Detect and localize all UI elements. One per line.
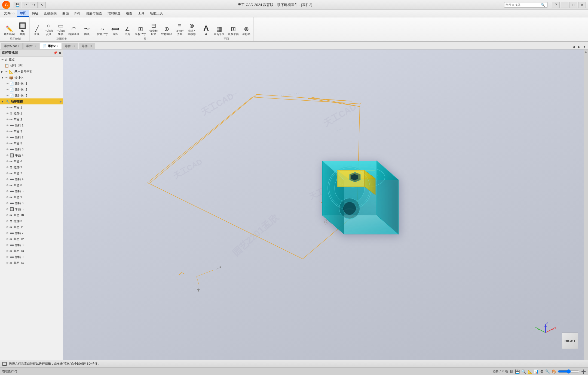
menu-item-2[interactable]: 特征 bbox=[29, 10, 41, 17]
tree-expand-ref[interactable]: ▶ bbox=[1, 70, 5, 73]
ribbon-sym-diameter-btn[interactable]: ⊕ 对称直径 bbox=[160, 26, 173, 36]
tree-cut8[interactable]: 👁 ➖ 除料 8 bbox=[0, 242, 63, 248]
tree-eye-design1[interactable]: 👁 bbox=[6, 82, 9, 85]
status-icon-2[interactable]: 💾 bbox=[515, 369, 520, 374]
tree-eye-sketch9[interactable]: 👁 bbox=[6, 196, 9, 199]
ribbon-keep-align-btn[interactable]: ≡ 保持对齐集 bbox=[174, 22, 185, 36]
tree-eye-sketch14[interactable]: 👁 bbox=[6, 262, 9, 265]
tree-sketch11[interactable]: 👁 ✏ 草图 11 bbox=[0, 224, 63, 230]
status-icon-plus[interactable]: ➕ bbox=[581, 369, 586, 374]
tree-eye-sketch12[interactable]: 👁 bbox=[6, 238, 9, 241]
tree-sketch3[interactable]: 👁 ✏ 草图 3 bbox=[0, 128, 63, 134]
status-icon-1[interactable]: 🖥 bbox=[510, 369, 513, 374]
ribbon-circle-btn[interactable]: ○ 中心和点圆 bbox=[43, 22, 54, 36]
tree-eye-cut3[interactable]: 👁 bbox=[6, 148, 9, 151]
ribbon-remove-align-btn[interactable]: ⊜ 从对齐集移除 bbox=[186, 22, 197, 36]
ribbon-distance-btn[interactable]: ⟺ 间距 bbox=[110, 26, 121, 36]
tree-sketch9[interactable]: 👁 ✏ 草图 9 bbox=[0, 194, 63, 200]
tree-eye-design2[interactable]: 👁 bbox=[6, 88, 9, 91]
tree-design3[interactable]: 👁 📄 设计体_3 bbox=[0, 92, 63, 98]
tree-sketch6[interactable]: 👁 ✏ 草图 6 bbox=[0, 158, 63, 164]
search-input[interactable] bbox=[506, 3, 541, 7]
ribbon-rect-btn[interactable]: ▭ 中心画矩形 bbox=[55, 22, 66, 36]
tree-cut3[interactable]: 👁 ➖ 除料 3 bbox=[0, 146, 63, 152]
tree-cut2[interactable]: 👁 ➖ 除料 2 bbox=[0, 134, 63, 140]
sidebar-content[interactable]: 👁 ⊕ 原点 👁 📋 材料（无） ▶ 👁 📐 基本参考平面 ▼ 👁 � bbox=[0, 57, 63, 360]
menu-item-0[interactable]: 文件(F) bbox=[1, 10, 17, 17]
tree-expand-seq[interactable]: ▼ bbox=[1, 100, 5, 103]
ribbon-angle-btn[interactable]: ∠ 夹角 bbox=[122, 26, 133, 36]
tab-part2[interactable]: 📄 零件2 × bbox=[40, 43, 61, 49]
tree-plane4[interactable]: 👁 🔲 平面 4 bbox=[0, 152, 63, 158]
tree-eye-cut4[interactable]: 👁 bbox=[6, 178, 9, 181]
ribbon-coord-sys-btn[interactable]: ⊛ 坐标系 bbox=[241, 26, 252, 36]
status-icon-4[interactable]: 📐 bbox=[528, 369, 532, 374]
ribbon-line-btn[interactable]: ╱ 直线 bbox=[31, 26, 42, 36]
menu-item-4[interactable]: 曲面 bbox=[60, 10, 72, 17]
quick-undo-btn[interactable]: ↩ bbox=[22, 2, 29, 8]
tree-cut1[interactable]: 👁 ➖ 除料 1 bbox=[0, 122, 63, 128]
tree-cut6[interactable]: 👁 ➖ 除料 6 bbox=[0, 200, 63, 206]
tree-eye-sketch10[interactable]: 👁 bbox=[6, 214, 9, 217]
tree-cut7[interactable]: 👁 ➖ 除料 7 bbox=[0, 230, 63, 236]
view-cube[interactable]: RIGHT bbox=[562, 333, 578, 349]
tree-sketch12[interactable]: 👁 ✏ 草图 12 bbox=[0, 236, 63, 242]
sidebar-pin-btn[interactable]: 📌 bbox=[53, 51, 57, 55]
tree-origin[interactable]: 👁 ⊕ 原点 bbox=[0, 57, 63, 63]
menu-item-1[interactable]: 单图 bbox=[17, 10, 29, 17]
tree-sketch14[interactable]: 👁 ✏ 草图 14 bbox=[0, 260, 63, 266]
tab-part5par[interactable]: 零件5.par × bbox=[1, 43, 23, 49]
tree-sketch8[interactable]: 👁 ✏ 草图 8 bbox=[0, 182, 63, 188]
quick-save-btn[interactable]: 💾 bbox=[14, 2, 21, 8]
quick-select-btn[interactable]: ↖ bbox=[38, 2, 46, 8]
ribbon-angular-coord-btn[interactable]: ⊟ 角坐标尺寸 bbox=[148, 22, 159, 36]
tree-plane5[interactable]: 👁 🔲 平面 5 bbox=[0, 206, 63, 212]
tree-ref-planes[interactable]: ▶ 👁 📐 基本参考平面 bbox=[0, 69, 63, 75]
tree-eye-cut2[interactable]: 👁 bbox=[6, 136, 9, 139]
help-btn[interactable]: ? bbox=[552, 2, 560, 8]
tree-design1[interactable]: 👁 📄 设计体_1 bbox=[0, 80, 63, 86]
ribbon-text-style-btn[interactable]: A A bbox=[201, 24, 212, 36]
tab-menu-btn[interactable]: ▼ bbox=[582, 44, 587, 49]
ribbon-coord-dim-btn[interactable]: ⊞ 坐标尺寸 bbox=[134, 26, 147, 36]
tab-part1-close[interactable]: × bbox=[35, 45, 36, 48]
tree-eye-sketch6[interactable]: 👁 bbox=[6, 160, 9, 163]
tree-eye-ref[interactable]: 👁 bbox=[5, 70, 8, 73]
tree-eye-extrude2[interactable]: 👁 bbox=[6, 166, 9, 169]
tab-part5[interactable]: 零件5 × bbox=[79, 43, 95, 49]
tab-part2-close[interactable]: × bbox=[57, 45, 58, 48]
ribbon-arc-btn[interactable]: ◠ 相切圆弧 bbox=[67, 26, 80, 36]
tree-design-body[interactable]: ▼ 👁 📦 设计体 bbox=[0, 75, 63, 80]
tree-eye-sketch2[interactable]: 👁 bbox=[6, 118, 9, 121]
tree-eye-cut7[interactable]: 👁 bbox=[6, 232, 9, 235]
tree-sketch13[interactable]: 👁 ✏ 草图 13 bbox=[0, 248, 63, 254]
restore-btn[interactable]: □ bbox=[569, 2, 577, 8]
tree-eye-plane5[interactable]: 👁 bbox=[6, 208, 9, 211]
menu-item-3[interactable]: 直接编辑 bbox=[41, 10, 60, 17]
tab-prev-btn[interactable]: ◀ bbox=[571, 44, 576, 49]
tree-expand-design[interactable]: ▼ bbox=[1, 76, 5, 79]
tree-eye-plane4[interactable]: 👁 bbox=[6, 154, 9, 157]
tab-next-btn[interactable]: ▶ bbox=[577, 44, 581, 49]
tree-extrude2[interactable]: 👁 ⬆ 拉伸 2 bbox=[0, 164, 63, 170]
tree-eye-extrude1[interactable]: 👁 bbox=[6, 112, 9, 115]
tree-extrude3[interactable]: 👁 ⬆ 拉伸 3 bbox=[0, 218, 63, 224]
search-box[interactable]: 🔍 bbox=[504, 2, 548, 8]
menu-item-5[interactable]: PMI bbox=[72, 11, 83, 16]
tree-material[interactable]: 👁 📋 材料（无） bbox=[0, 63, 63, 69]
status-icon-6[interactable]: ⚙ bbox=[540, 369, 544, 374]
tree-cut4[interactable]: 👁 ➖ 除料 4 bbox=[0, 176, 63, 182]
tree-seq-model[interactable]: ▼ 🔧 顺序建模 ▶ bbox=[0, 98, 63, 104]
ribbon-more-planes-btn[interactable]: ⊞ 更多平面 bbox=[227, 26, 240, 36]
tab-part3-close[interactable]: × bbox=[74, 45, 75, 48]
tree-sketch2[interactable]: 👁 ✏ 草图 2 bbox=[0, 116, 63, 122]
tree-eye-design3[interactable]: 👁 bbox=[6, 94, 9, 97]
tree-eye-cut1[interactable]: 👁 bbox=[6, 124, 9, 127]
tree-sketch7[interactable]: 👁 ✏ 草图 7 bbox=[0, 170, 63, 176]
tab-part3[interactable]: 零件3 × bbox=[62, 43, 78, 49]
tree-eye-sketch5[interactable]: 👁 bbox=[6, 142, 9, 145]
tree-sketch5[interactable]: 👁 ✏ 草图 5 bbox=[0, 140, 63, 146]
status-icon-3[interactable]: 🔍 bbox=[521, 369, 526, 374]
close-btn[interactable]: ✕ bbox=[578, 2, 586, 8]
tree-extrude1[interactable]: 👁 ⬆ 拉伸 1 bbox=[0, 110, 63, 116]
